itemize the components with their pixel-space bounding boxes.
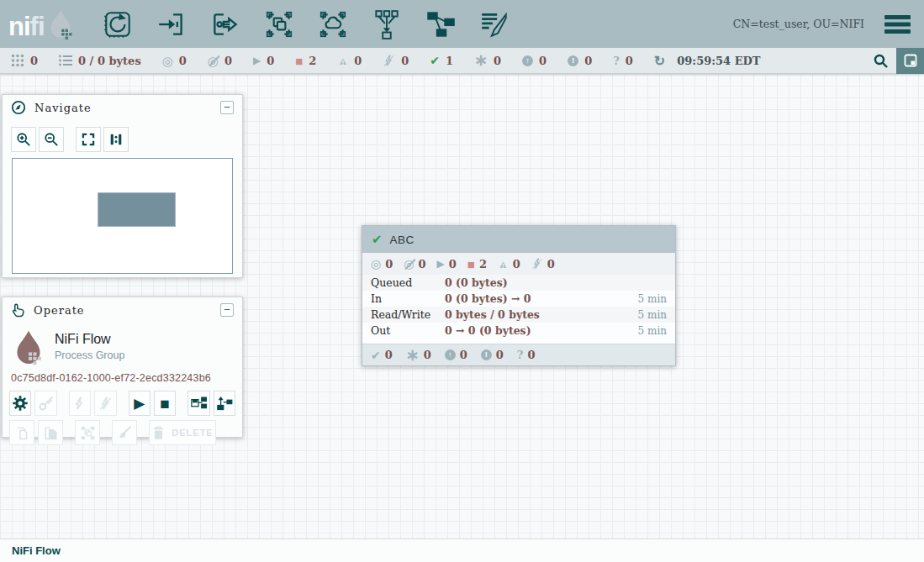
- invalid-icon: ▲: [498, 259, 509, 270]
- global-menu-button[interactable]: [884, 15, 911, 34]
- stopped-count: 2: [479, 258, 487, 270]
- process-group-component-badges: ◎ 0 ◎ 0 ▶ 0 ■ 2 ▲ 0: [362, 253, 675, 275]
- operate-panel: Operate − NiFi Flow Process Group 0c: [2, 297, 243, 438]
- zoom-out-button[interactable]: [39, 127, 64, 152]
- last-refreshed-time: 09:59:54 EDT: [677, 55, 760, 67]
- not-transmitting-count: 0: [224, 55, 232, 67]
- invalid-icon: ▲: [337, 55, 348, 66]
- active-threads-count: 0: [30, 55, 38, 67]
- template-draggable[interactable]: [424, 8, 457, 41]
- lightning-slash-icon: [98, 397, 113, 411]
- processor-draggable[interactable]: [101, 8, 135, 41]
- start-button[interactable]: ▶: [129, 391, 150, 416]
- paste-icon: [43, 425, 59, 441]
- configure-button[interactable]: [9, 391, 31, 416]
- paste-button: [38, 420, 63, 445]
- selected-component-name: NiFi Flow: [55, 332, 124, 347]
- stopped-icon: ■: [467, 258, 475, 270]
- disabled-status: 0: [383, 55, 409, 67]
- operate-panel-header[interactable]: Operate −: [3, 297, 242, 323]
- operate-buttons: ▶ ■: [3, 384, 242, 452]
- disable-button: [94, 391, 116, 416]
- locally-modified-stale-count: 0: [496, 349, 504, 361]
- stale-icon: ↑: [445, 349, 456, 360]
- transmitting-status: ◎ 0: [162, 55, 187, 67]
- component-toolbar: [101, 8, 511, 41]
- minimap-viewport-rect[interactable]: [98, 192, 176, 227]
- input-port-icon: [156, 8, 187, 40]
- up-to-date-icon: ✔: [371, 349, 381, 362]
- label-draggable[interactable]: [478, 8, 511, 41]
- delete-button: DELETE: [149, 420, 216, 445]
- stop-button[interactable]: ■: [154, 391, 176, 416]
- locally-modified-stale-count: 0: [584, 55, 592, 67]
- stop-icon: ■: [160, 396, 169, 412]
- running-icon: ▶: [437, 258, 445, 270]
- zoom-fit-button[interactable]: [76, 127, 101, 152]
- flow-canvas[interactable]: Navigate −: [0, 74, 924, 538]
- birdseye-minimap[interactable]: [12, 158, 233, 274]
- hand-pointer-icon: [11, 302, 25, 318]
- gear-icon: [12, 395, 29, 412]
- process-group-name: ABC: [390, 234, 414, 246]
- locally-modified-stale-badge: ! 0: [481, 349, 504, 361]
- invalid-badge: ▲ 0: [498, 258, 520, 270]
- play-icon: ▶: [134, 397, 145, 411]
- locally-modified-status: ∗ 0: [474, 55, 501, 67]
- selected-component-type: Process Group: [55, 349, 124, 361]
- process-group-stats: Queued 0 (0 bytes) In 0 (0 bytes) → 0 5 …: [362, 275, 675, 339]
- process-group-header[interactable]: ✔ ABC: [362, 226, 675, 253]
- stat-label: Out: [371, 324, 445, 337]
- stale-count: 0: [539, 55, 546, 67]
- navigate-toolbar: [11, 127, 234, 152]
- stale-status: ↑ 0: [522, 55, 546, 67]
- sync-failure-count: 0: [626, 55, 633, 67]
- breadcrumb-nifi-flow[interactable]: NiFi Flow: [12, 544, 61, 557]
- disabled-count: 0: [547, 258, 555, 270]
- process-group-version-badges: ✔ 0 ∗ 0 ↑ 0 ! 0 ? 0: [362, 344, 675, 365]
- selected-component: NiFi Flow Process Group: [3, 323, 242, 366]
- nifi-app: ni fi: [0, 0, 924, 562]
- process-group-draggable[interactable]: [262, 8, 296, 41]
- operate-collapse-button[interactable]: −: [220, 303, 234, 317]
- navigate-collapse-button[interactable]: −: [220, 101, 234, 114]
- transmitting-icon: ◎: [162, 55, 173, 67]
- refresh-icon[interactable]: ↻: [654, 53, 665, 69]
- process-group-abc[interactable]: ✔ ABC ◎ 0 ◎ 0 ▶ 0 ■ 2: [362, 225, 676, 366]
- stat-label: Queued: [371, 276, 445, 289]
- template-icon: [425, 8, 457, 40]
- not-transmitting-status: ◎ 0: [208, 55, 232, 67]
- birdseye-toggle-button[interactable]: [896, 48, 924, 74]
- locally-modified-stale-icon: !: [568, 55, 578, 66]
- stat-row-read-write: Read/Write 0 bytes / 0 bytes 5 min: [362, 307, 675, 323]
- input-port-draggable[interactable]: [155, 8, 188, 41]
- sync-failure-count: 0: [527, 349, 535, 361]
- navigate-panel: Navigate −: [2, 94, 243, 278]
- stat-row-in: In 0 (0 bytes) → 0 5 min: [362, 291, 675, 307]
- processor-icon: [102, 8, 134, 40]
- stopped-icon: ■: [295, 55, 303, 67]
- remote-process-group-draggable[interactable]: [316, 8, 350, 41]
- stat-row-out: Out 0 → 0 (0 bytes) 5 min: [362, 323, 675, 339]
- not-transmitting-badge: ◎ 0: [404, 258, 425, 270]
- stat-window: 5 min: [638, 309, 667, 321]
- upload-template-button[interactable]: [214, 391, 235, 416]
- navigate-panel-header[interactable]: Navigate −: [3, 95, 242, 120]
- zoom-actual-size-button[interactable]: [103, 127, 129, 152]
- running-status: ▶ 0: [253, 55, 274, 67]
- stat-window: 5 min: [638, 325, 667, 337]
- stopped-status: ■ 2: [295, 55, 316, 67]
- stat-value: 0 → 0 (0 bytes): [445, 324, 531, 337]
- locally-modified-stale-icon: !: [481, 349, 492, 360]
- funnel-draggable[interactable]: [370, 8, 404, 41]
- zoom-in-button[interactable]: [11, 127, 36, 152]
- statusbar-right: [864, 48, 924, 74]
- disabled-badge: 0: [531, 258, 555, 270]
- access-policies-button: [34, 391, 56, 416]
- locally-modified-badge: ∗ 0: [406, 349, 431, 361]
- create-template-button[interactable]: [187, 391, 209, 416]
- remote-process-group-icon: [317, 8, 349, 40]
- search-button[interactable]: [864, 48, 896, 74]
- output-port-draggable[interactable]: [209, 8, 242, 41]
- selected-component-id: 0c75d8df-0162-1000-ef72-2ecd332243b6: [3, 366, 242, 384]
